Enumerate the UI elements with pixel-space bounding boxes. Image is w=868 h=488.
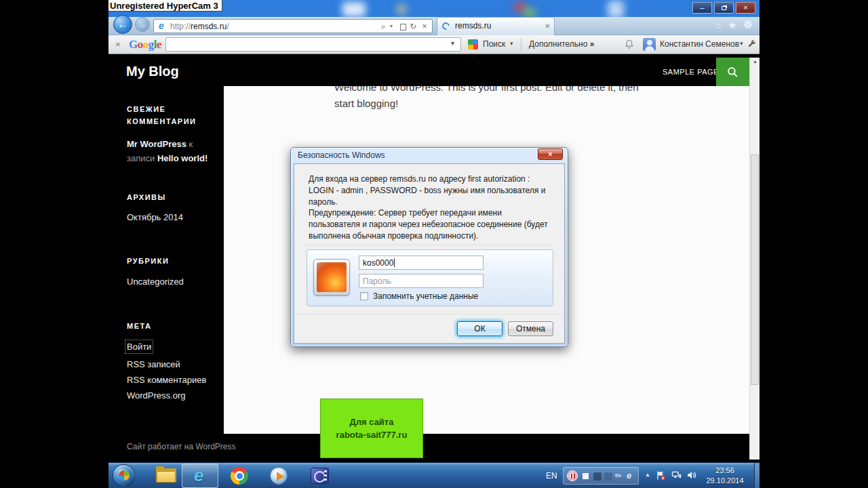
ok-button[interactable]: ОК — [457, 321, 502, 336]
password-input[interactable] — [359, 274, 484, 288]
tray-pen-icon[interactable]: ✎ — [613, 470, 625, 481]
back-button[interactable]: ← — [113, 15, 132, 34]
dialog-close-button[interactable]: × — [538, 148, 563, 160]
window-restore-button[interactable] — [714, 2, 734, 14]
taskbar-media-player-button[interactable] — [270, 467, 288, 485]
archive-link[interactable]: Октябрь 2014 — [127, 212, 183, 222]
toolbar-more-button[interactable]: Дополнительно » — [529, 39, 594, 49]
page-favicon-icon: e — [157, 22, 166, 31]
page-scrollbar[interactable]: ▲ — [749, 58, 760, 460]
taskbar-clock[interactable]: 23:56 29.10.2014 — [697, 466, 753, 486]
remember-checkbox[interactable] — [360, 292, 368, 300]
home-icon[interactable]: ⌂ — [712, 20, 724, 30]
taskbar-explorer-button[interactable] — [156, 467, 176, 483]
cancel-button[interactable]: Отмена — [508, 321, 553, 336]
url-path: / — [226, 22, 229, 31]
credentials-panel: Запомнить учетные данные — [307, 249, 553, 306]
desktop-icon-blur — [608, 1, 624, 17]
tray-icons-group: ✎ e — [563, 467, 639, 485]
tab-loading-spinner-icon — [441, 21, 451, 31]
settings-wrench-icon[interactable] — [747, 39, 757, 51]
taskbar-hypercam-button[interactable] — [311, 468, 329, 484]
window-minimize-button[interactable]: – — [692, 2, 712, 14]
tray-app-icon[interactable] — [593, 472, 601, 481]
categories-heading: РУБРИКИ — [127, 255, 215, 267]
scrollbar-thumb[interactable] — [751, 155, 759, 385]
comment-post-link[interactable]: Hello world! — [157, 153, 208, 163]
blog-title[interactable]: My Blog — [126, 64, 179, 79]
play-icon — [277, 472, 284, 481]
address-bar[interactable]: e http://remsds.ru/ ⌕ ▾ ↻ × — [153, 19, 433, 33]
network-icon[interactable] — [671, 470, 682, 483]
scroll-up-icon[interactable]: ▲ — [750, 59, 760, 64]
windows-security-dialog: Безопасность Windows × Для входа на серв… — [290, 147, 568, 347]
tray-app-icon[interactable] — [604, 472, 612, 481]
close-icon: × — [743, 3, 747, 12]
account-menu-button[interactable]: Константин Семенов — [660, 39, 739, 49]
site-footer-text: Сайт работает на WordPress — [127, 442, 236, 451]
ad-box[interactable]: Для сайта rabota-sait777.ru — [320, 399, 423, 458]
recorder-stop-icon[interactable] — [583, 473, 589, 479]
volume-icon[interactable] — [686, 470, 697, 483]
dialog-footer: ОК Отмена — [294, 314, 564, 343]
recorded-desktop-area: Unregistered HyperCam 3 – × ← → e http:/… — [108, 0, 760, 488]
login-link[interactable]: Войти — [127, 342, 151, 352]
browser-tab[interactable]: remsds.ru × — [437, 17, 555, 35]
window-close-button[interactable]: × — [736, 2, 755, 14]
toolbar-search-button[interactable]: Поиск — [483, 39, 505, 49]
tab-close-icon[interactable]: × — [545, 21, 550, 31]
notifications-bell-icon[interactable] — [624, 39, 635, 52]
refresh-icon[interactable]: ↻ — [408, 20, 418, 33]
url-scheme: http:// — [170, 22, 191, 31]
compatibility-view-icon[interactable] — [400, 24, 406, 30]
ad-text-line2: rabota-sait777.ru — [321, 428, 422, 441]
tools-gear-icon[interactable] — [742, 20, 754, 31]
clock-date: 29.10.2014 — [697, 476, 753, 486]
language-indicator[interactable]: EN — [546, 471, 557, 481]
username-field-wrap — [307, 256, 554, 270]
taskbar-ie-button[interactable]: e — [182, 464, 218, 488]
comment-author-link[interactable]: Mr WordPress — [127, 139, 186, 149]
dialog-body: Для входа на сервер remsds.ru по адресу … — [294, 163, 565, 344]
start-button[interactable] — [113, 464, 135, 487]
search-options-caret-icon[interactable]: ▾ — [510, 40, 513, 47]
category-link[interactable]: Uncategorized — [127, 277, 184, 287]
tray-expand-icon[interactable]: ▲ — [645, 472, 650, 478]
search-icon — [726, 66, 739, 79]
archives-heading: АРХИВЫ — [127, 191, 215, 203]
dialog-warning: Предупреждение: Сервер требует передачи … — [309, 207, 552, 242]
show-desktop-button[interactable] — [754, 463, 760, 488]
ie-icon: e — [194, 465, 203, 486]
blog-search-button[interactable] — [716, 58, 749, 86]
meta-heading: МЕТА — [127, 320, 215, 332]
dialog-separator — [305, 245, 553, 245]
dialog-title: Безопасность Windows — [298, 150, 385, 160]
sample-page-link[interactable]: SAMPLE PAGE — [663, 68, 719, 76]
rss-posts-link[interactable]: RSS записей — [127, 359, 180, 369]
rss-comments-link[interactable]: RSS комментариев — [127, 375, 206, 385]
desktop-icon-blur — [342, 2, 366, 17]
stop-icon[interactable]: × — [419, 20, 430, 33]
wordpress-org-link[interactable]: WordPress.org — [127, 390, 185, 401]
minimize-icon: – — [700, 3, 704, 12]
desktop-icon-blur — [397, 4, 406, 15]
blog-header-band: My Blog SAMPLE PAGE — [108, 58, 749, 86]
action-center-flag-icon[interactable] — [655, 470, 666, 484]
taskbar-chrome-button[interactable] — [231, 467, 248, 485]
toolbar-close-icon[interactable]: × — [115, 39, 121, 49]
toolbar-search-input[interactable] — [165, 37, 461, 52]
logo-letter: G — [129, 38, 138, 51]
tab-title: remsds.ru — [455, 21, 491, 30]
search-dropdown-icon[interactable]: ▾ — [451, 39, 454, 47]
ad-text-line1: Для сайта — [321, 415, 422, 428]
address-dropdown-icon[interactable]: ▾ — [386, 20, 397, 33]
recorder-pause-icon[interactable] — [567, 470, 578, 481]
forward-button[interactable]: → — [135, 17, 150, 32]
tray-browser-icon[interactable]: e — [627, 470, 631, 481]
desktop-icon-blur — [524, 8, 536, 17]
folder-front — [157, 471, 176, 483]
favorites-star-icon[interactable]: ★ — [726, 20, 738, 30]
username-input[interactable] — [359, 256, 484, 270]
user-avatar-icon[interactable] — [643, 38, 656, 51]
restore-icon — [722, 6, 726, 10]
